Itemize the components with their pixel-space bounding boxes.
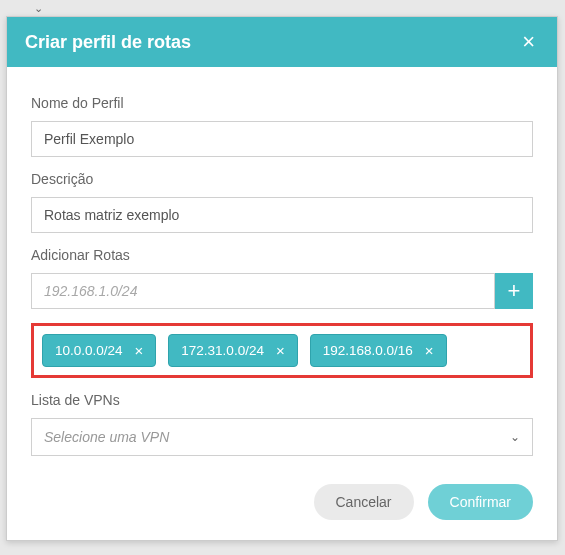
modal-body: Nome do Perfil Descrição Adicionar Rotas…	[7, 67, 557, 466]
close-icon: ×	[425, 342, 434, 359]
bg-chevron-down-icon: ⌄	[34, 2, 43, 15]
add-route-button[interactable]: +	[495, 273, 533, 309]
confirm-button[interactable]: Confirmar	[428, 484, 533, 520]
add-routes-label: Adicionar Rotas	[31, 247, 533, 263]
close-icon: ×	[522, 29, 535, 54]
routes-chip-container: 10.0.0.0/24 × 172.31.0.0/24 × 192.168.0.…	[31, 323, 533, 378]
create-route-profile-modal: Criar perfil de rotas × Nome do Perfil D…	[6, 16, 558, 541]
chevron-down-icon: ⌄	[510, 430, 520, 444]
vpn-select[interactable]: Selecione uma VPN ⌄	[31, 418, 533, 456]
remove-route-button[interactable]: ×	[276, 343, 285, 358]
modal-title: Criar perfil de rotas	[25, 32, 191, 53]
modal-footer: Cancelar Confirmar	[7, 466, 557, 540]
close-icon: ×	[276, 342, 285, 359]
close-button[interactable]: ×	[518, 31, 539, 53]
route-chip[interactable]: 172.31.0.0/24 ×	[168, 334, 297, 367]
plus-icon: +	[508, 278, 521, 304]
route-chip[interactable]: 192.168.0.0/16 ×	[310, 334, 447, 367]
cancel-button[interactable]: Cancelar	[314, 484, 414, 520]
route-chip-label: 10.0.0.0/24	[55, 343, 123, 358]
description-input[interactable]	[31, 197, 533, 233]
remove-route-button[interactable]: ×	[425, 343, 434, 358]
vpn-list-label: Lista de VPNs	[31, 392, 533, 408]
route-chip[interactable]: 10.0.0.0/24 ×	[42, 334, 156, 367]
route-chip-label: 192.168.0.0/16	[323, 343, 413, 358]
vpn-select-wrapper: Selecione uma VPN ⌄	[31, 418, 533, 456]
route-chip-label: 172.31.0.0/24	[181, 343, 264, 358]
modal-header: Criar perfil de rotas ×	[7, 17, 557, 67]
profile-name-input[interactable]	[31, 121, 533, 157]
add-route-row: +	[31, 273, 533, 309]
profile-name-label: Nome do Perfil	[31, 95, 533, 111]
add-route-input[interactable]	[31, 273, 495, 309]
remove-route-button[interactable]: ×	[135, 343, 144, 358]
description-label: Descrição	[31, 171, 533, 187]
vpn-select-placeholder: Selecione uma VPN	[44, 429, 169, 445]
close-icon: ×	[135, 342, 144, 359]
